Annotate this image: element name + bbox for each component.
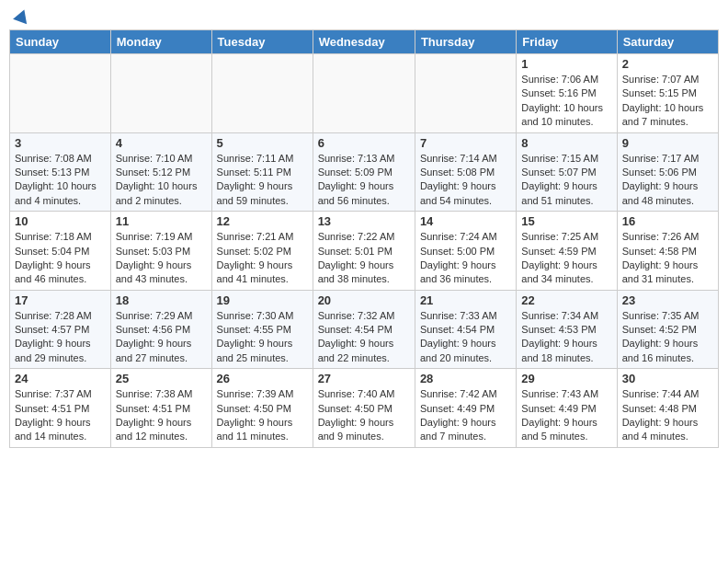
day-number: 13: [318, 214, 410, 228]
day-info: Sunrise: 7:21 AM Sunset: 5:02 PM Dayligh…: [217, 230, 308, 287]
calendar-cell: 11Sunrise: 7:19 AM Sunset: 5:03 PM Dayli…: [110, 212, 211, 291]
calendar-cell: 24Sunrise: 7:37 AM Sunset: 4:51 PM Dayli…: [10, 369, 111, 448]
weekday-header-row: SundayMondayTuesdayWednesdayThursdayFrid…: [10, 30, 719, 54]
day-info: Sunrise: 7:25 AM Sunset: 4:59 PM Dayligh…: [521, 230, 611, 287]
day-number: 14: [420, 214, 511, 228]
day-number: 17: [15, 293, 106, 307]
day-number: 28: [420, 372, 511, 385]
day-number: 1: [521, 57, 611, 71]
day-number: 11: [116, 214, 207, 228]
weekday-header-tuesday: Tuesday: [211, 30, 313, 54]
calendar-cell: 1Sunrise: 7:06 AM Sunset: 5:16 PM Daylig…: [517, 54, 617, 133]
day-info: Sunrise: 7:10 AM Sunset: 5:12 PM Dayligh…: [116, 152, 207, 209]
day-info: Sunrise: 7:18 AM Sunset: 5:04 PM Dayligh…: [15, 230, 106, 287]
calendar-cell: 6Sunrise: 7:13 AM Sunset: 5:09 PM Daylig…: [313, 132, 415, 212]
calendar-cell: 7Sunrise: 7:14 AM Sunset: 5:08 PM Daylig…: [415, 132, 516, 212]
calendar-cell: 18Sunrise: 7:29 AM Sunset: 4:56 PM Dayli…: [110, 290, 211, 369]
calendar-cell: 26Sunrise: 7:39 AM Sunset: 4:50 PM Dayli…: [211, 369, 313, 448]
day-info: Sunrise: 7:22 AM Sunset: 5:01 PM Dayligh…: [318, 230, 410, 287]
day-info: Sunrise: 7:29 AM Sunset: 4:56 PM Dayligh…: [116, 309, 207, 366]
day-info: Sunrise: 7:14 AM Sunset: 5:08 PM Dayligh…: [420, 152, 511, 209]
logo: [13, 13, 29, 22]
day-info: Sunrise: 7:24 AM Sunset: 5:00 PM Dayligh…: [420, 230, 511, 287]
day-number: 29: [521, 372, 611, 385]
day-number: 5: [217, 136, 308, 150]
day-info: Sunrise: 7:40 AM Sunset: 4:50 PM Dayligh…: [318, 387, 410, 444]
calendar-cell: 3Sunrise: 7:08 AM Sunset: 5:13 PM Daylig…: [10, 132, 111, 212]
day-number: 21: [420, 293, 511, 307]
calendar-cell: 10Sunrise: 7:18 AM Sunset: 5:04 PM Dayli…: [10, 212, 111, 291]
day-number: 10: [15, 214, 106, 228]
calendar-week-3: 10Sunrise: 7:18 AM Sunset: 5:04 PM Dayli…: [10, 212, 719, 291]
calendar-cell: 28Sunrise: 7:42 AM Sunset: 4:49 PM Dayli…: [415, 369, 516, 448]
weekday-header-monday: Monday: [110, 30, 211, 54]
day-info: Sunrise: 7:19 AM Sunset: 5:03 PM Dayligh…: [116, 230, 207, 287]
calendar-cell: 17Sunrise: 7:28 AM Sunset: 4:57 PM Dayli…: [10, 290, 111, 369]
calendar-cell: 25Sunrise: 7:38 AM Sunset: 4:51 PM Dayli…: [110, 369, 211, 448]
day-number: 30: [622, 372, 713, 385]
day-number: 15: [521, 214, 611, 228]
day-number: 2: [622, 57, 713, 71]
day-info: Sunrise: 7:42 AM Sunset: 4:49 PM Dayligh…: [420, 387, 511, 444]
day-number: 27: [318, 372, 410, 385]
calendar-cell: [313, 54, 415, 133]
day-info: Sunrise: 7:38 AM Sunset: 4:51 PM Dayligh…: [116, 387, 207, 444]
calendar-cell: 9Sunrise: 7:17 AM Sunset: 5:06 PM Daylig…: [617, 132, 718, 212]
day-info: Sunrise: 7:15 AM Sunset: 5:07 PM Dayligh…: [521, 152, 611, 209]
day-number: 26: [217, 372, 308, 385]
day-number: 3: [15, 136, 106, 150]
day-info: Sunrise: 7:28 AM Sunset: 4:57 PM Dayligh…: [15, 309, 106, 366]
calendar-cell: 22Sunrise: 7:34 AM Sunset: 4:53 PM Dayli…: [517, 290, 617, 369]
day-info: Sunrise: 7:33 AM Sunset: 4:54 PM Dayligh…: [420, 309, 511, 366]
calendar-cell: 23Sunrise: 7:35 AM Sunset: 4:52 PM Dayli…: [617, 290, 718, 369]
calendar-cell: [415, 54, 516, 133]
calendar-cell: 12Sunrise: 7:21 AM Sunset: 5:02 PM Dayli…: [211, 212, 313, 291]
day-number: 7: [420, 136, 511, 150]
calendar-cell: [211, 54, 313, 133]
calendar-cell: 13Sunrise: 7:22 AM Sunset: 5:01 PM Dayli…: [313, 212, 415, 291]
day-info: Sunrise: 7:37 AM Sunset: 4:51 PM Dayligh…: [15, 387, 106, 444]
calendar-week-2: 3Sunrise: 7:08 AM Sunset: 5:13 PM Daylig…: [10, 132, 719, 212]
day-number: 4: [116, 136, 207, 150]
logo-triangle-icon: [13, 7, 31, 25]
day-number: 24: [15, 372, 106, 385]
day-info: Sunrise: 7:30 AM Sunset: 4:55 PM Dayligh…: [217, 309, 308, 366]
calendar-table: SundayMondayTuesdayWednesdayThursdayFrid…: [9, 29, 719, 448]
calendar-cell: 30Sunrise: 7:44 AM Sunset: 4:48 PM Dayli…: [617, 369, 718, 448]
day-info: Sunrise: 7:34 AM Sunset: 4:53 PM Dayligh…: [521, 309, 611, 366]
day-info: Sunrise: 7:32 AM Sunset: 4:54 PM Dayligh…: [318, 309, 410, 366]
calendar-cell: 16Sunrise: 7:26 AM Sunset: 4:58 PM Dayli…: [617, 212, 718, 291]
calendar-week-4: 17Sunrise: 7:28 AM Sunset: 4:57 PM Dayli…: [10, 290, 719, 369]
calendar-cell: 21Sunrise: 7:33 AM Sunset: 4:54 PM Dayli…: [415, 290, 516, 369]
day-info: Sunrise: 7:44 AM Sunset: 4:48 PM Dayligh…: [622, 387, 713, 444]
calendar-cell: 4Sunrise: 7:10 AM Sunset: 5:12 PM Daylig…: [110, 132, 211, 212]
day-number: 19: [217, 293, 308, 307]
day-info: Sunrise: 7:06 AM Sunset: 5:16 PM Dayligh…: [521, 73, 611, 130]
calendar-cell: [10, 54, 111, 133]
day-number: 23: [622, 293, 713, 307]
weekday-header-friday: Friday: [517, 30, 617, 54]
weekday-header-wednesday: Wednesday: [313, 30, 415, 54]
day-info: Sunrise: 7:07 AM Sunset: 5:15 PM Dayligh…: [622, 73, 713, 130]
calendar-cell: 29Sunrise: 7:43 AM Sunset: 4:49 PM Dayli…: [517, 369, 617, 448]
calendar-cell: 14Sunrise: 7:24 AM Sunset: 5:00 PM Dayli…: [415, 212, 516, 291]
day-number: 12: [217, 214, 308, 228]
weekday-header-thursday: Thursday: [415, 30, 516, 54]
calendar-cell: 8Sunrise: 7:15 AM Sunset: 5:07 PM Daylig…: [517, 132, 617, 212]
day-number: 20: [318, 293, 410, 307]
day-number: 16: [622, 214, 713, 228]
calendar-cell: 27Sunrise: 7:40 AM Sunset: 4:50 PM Dayli…: [313, 369, 415, 448]
calendar-week-1: 1Sunrise: 7:06 AM Sunset: 5:16 PM Daylig…: [10, 54, 719, 133]
day-info: Sunrise: 7:43 AM Sunset: 4:49 PM Dayligh…: [521, 387, 611, 444]
calendar-cell: 20Sunrise: 7:32 AM Sunset: 4:54 PM Dayli…: [313, 290, 415, 369]
weekday-header-saturday: Saturday: [617, 30, 718, 54]
day-info: Sunrise: 7:17 AM Sunset: 5:06 PM Dayligh…: [622, 152, 713, 209]
calendar-cell: 19Sunrise: 7:30 AM Sunset: 4:55 PM Dayli…: [211, 290, 313, 369]
calendar-cell: 2Sunrise: 7:07 AM Sunset: 5:15 PM Daylig…: [617, 54, 718, 133]
calendar-cell: 15Sunrise: 7:25 AM Sunset: 4:59 PM Dayli…: [517, 212, 617, 291]
calendar-week-5: 24Sunrise: 7:37 AM Sunset: 4:51 PM Dayli…: [10, 369, 719, 448]
calendar-cell: 5Sunrise: 7:11 AM Sunset: 5:11 PM Daylig…: [211, 132, 313, 212]
day-number: 9: [622, 136, 713, 150]
day-info: Sunrise: 7:13 AM Sunset: 5:09 PM Dayligh…: [318, 152, 410, 209]
weekday-header-sunday: Sunday: [10, 30, 111, 54]
